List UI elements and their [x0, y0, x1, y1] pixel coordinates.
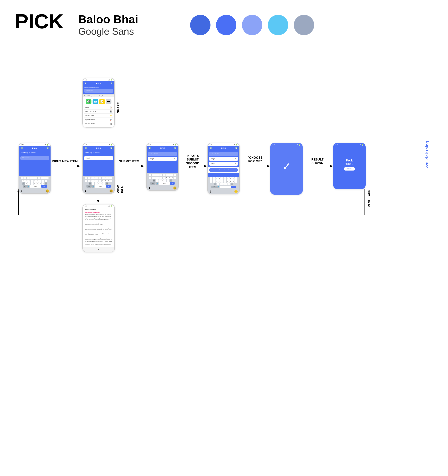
status-bar-2: 2:25▲▼ 🔋: [83, 143, 114, 146]
checkmark-icon: ✓: [282, 160, 291, 173]
label-reset-app: RESET APP: [367, 187, 371, 210]
app-title: PICK: [15, 11, 63, 32]
share-sheet: 💬 📧 📝 ••• Copy📋 New Quick Note📓 Save to …: [83, 97, 114, 127]
label-view-info: VIEW INFO: [117, 182, 124, 197]
phone-bottom-bar-3: 🎙😊: [147, 186, 178, 190]
phone-bottom-bar-2: 🎙😊: [83, 189, 114, 193]
share-app-mail: 📧: [93, 99, 98, 104]
share-phone-header: ℹ️ PICK ⬆️: [83, 81, 114, 86]
privacy-phone: 2:45▲▼ 🔋 Privacy Notice Last updated May…: [82, 204, 115, 252]
phone-input-1: Add a choice: [20, 156, 49, 160]
phone-screen-5: 2:25▲▼ 🔋 ✓: [270, 143, 303, 195]
status-bar-5: 2:25▲▼ 🔋: [271, 143, 302, 146]
pick-label: Pick: [346, 159, 353, 162]
phone-screen-4: 2:25▲▼ 🔋 ℹ️ PICK ⬆️ Add a choice thing 2…: [207, 143, 240, 194]
privacy-close-button[interactable]: ✕: [83, 247, 114, 252]
color-4: [268, 15, 288, 35]
share-action-copy[interactable]: Copy📋: [84, 105, 113, 110]
pick-thing-label: 226 Pick thing: [425, 141, 430, 169]
phone-header-3: ℹ️ PICK ⬆️: [147, 146, 178, 151]
phone-bottom-bar-4: 🎙😊: [208, 189, 239, 194]
phone-add-choice-3: Add a choice: [148, 152, 177, 156]
checkmark-screen: ✓: [271, 146, 302, 187]
phone-header-2: ℹ️ PICK ⬆️: [83, 146, 114, 151]
keyboard-4: 1234 5678 90 -/:; ()$& @" #+= .,?! ' ⌫ A…: [208, 177, 239, 189]
color-3: [242, 15, 262, 35]
phone-bottom-bar-1: 🎙😊: [19, 189, 50, 193]
phone-screen-6: 3:25▲▼ 🔋 Pick thing 2 Retry: [333, 143, 366, 189]
status-bar-4: 2:25▲▼ 🔋: [208, 143, 239, 146]
label-choose-for-me: "CHOOSEFOR ME": [242, 156, 268, 164]
phone-screen-1: 2:25▲▼ 🔋 ℹ️ PICK ⬆️ Need help to choose …: [18, 143, 51, 194]
phone-body-empty-2: [83, 161, 114, 176]
retry-button[interactable]: Retry: [344, 167, 355, 170]
phone-title-1: PICK: [32, 147, 37, 149]
share-action-note[interactable]: New Quick Note📓: [84, 110, 113, 114]
header: PICK Baloo Bhai Google Sans: [0, 0, 448, 45]
phone-item1-3: thing 1 ✕: [148, 157, 177, 161]
result-screen: Pick thing 2 Retry: [334, 146, 365, 183]
phone-item-thing2: thing 2 ✕: [209, 157, 238, 161]
share-app-row: 💬 📧 📝 •••: [84, 99, 113, 104]
privacy-body: Privacy Notice Last updated May 20, 2022…: [83, 207, 114, 247]
phone-input-area-4: Add a choice thing 2 ✕ thing 1 ✕: [208, 151, 239, 167]
share-phone-title: PICK: [96, 82, 101, 85]
phone-title-4: PICK: [221, 147, 226, 149]
privacy-title: Privacy Notice: [85, 209, 113, 211]
share-action-apollo[interactable]: Open in Apollo🚀: [84, 118, 113, 122]
phone-screen-3: 2:25▲▼ 🔋 ℹ️ PICK ⬆️ Add a choice thing 1…: [146, 143, 179, 191]
phone-item-thing1: thing 1 ✕: [209, 162, 238, 166]
phone-header-4: ℹ️ PICK ⬆️: [208, 146, 239, 151]
phone-input-area-3a: Add a choice thing 1 ✕: [147, 151, 178, 162]
share-app-more: •••: [106, 99, 111, 104]
phone-body-5: [271, 187, 302, 194]
phone-input-area-2: thing 1: [83, 155, 114, 161]
phone-body-empty-1: [19, 161, 50, 176]
color-2: [216, 15, 236, 35]
pick-value: thing 2: [345, 162, 353, 165]
color-1: [190, 15, 210, 35]
phone-body-4: [208, 173, 239, 177]
status-bar-6: 3:25▲▼ 🔋: [334, 143, 365, 146]
label-input-new-item: INPUT NEW ITEM: [52, 160, 78, 163]
phone-input-2: thing 1: [84, 156, 113, 160]
label-result-shown: RESULTSHOWN: [305, 158, 330, 165]
phone-subtitle-1: Need help to choose ?: [19, 151, 50, 155]
privacy-updated: Last updated May 20, 2022: [85, 211, 113, 213]
phone-header-1: ℹ️ PICK ⬆️: [19, 146, 50, 151]
choose-for-me-button[interactable]: Choose for me!: [209, 168, 238, 172]
privacy-status: 2:45▲▼ 🔋: [83, 204, 114, 207]
privacy-text: This privacy notice for Pick ("Company,"…: [85, 214, 113, 246]
share-app-notes: 📝: [99, 99, 105, 104]
phone-body-empty-3: [147, 162, 178, 173]
share-action-photos[interactable]: Save to Photos🖼: [84, 122, 113, 126]
share-action-files[interactable]: Save to Files📁: [84, 114, 113, 118]
font-primary: Baloo Bhai: [78, 13, 138, 26]
status-bar-3: 2:25▲▼ 🔋: [147, 143, 178, 146]
font-secondary: Google Sans: [78, 26, 138, 37]
phone-screen-2: 2:25▲▼ 🔋 ℹ️ PICK ⬆️ Need help to choose …: [82, 143, 115, 194]
label-input-submit-second: INPUT &SUBMITSECONDITEM: [181, 154, 205, 170]
share-status: 2:28▲▼ 🔋: [83, 78, 114, 81]
share-phone: 2:28▲▼ 🔋 ℹ️ PICK ⬆️ Need help to choose …: [82, 78, 115, 128]
diagram: 2:25▲▼ 🔋 ℹ️ PICK ⬆️ Need help to choose …: [0, 48, 448, 456]
status-bar-1: 2:25▲▼ 🔋: [19, 143, 50, 146]
label-submit-item: SUBMIT ITEM: [117, 160, 141, 163]
color-5: [294, 15, 314, 35]
share-app-messages: 💬: [86, 99, 91, 104]
color-palette: [190, 11, 314, 35]
keyboard-2: 1234 5678 90 -/:; ()$& @" #+= .,?! ' ⌫ A…: [83, 176, 114, 189]
keyboard-3: 1234 5678 90 -/:; ()$& @" #+= .,?! ' ⌫ A…: [147, 173, 178, 186]
phone-title-3: PICK: [160, 147, 165, 149]
label-share: SHARE: [117, 100, 120, 115]
arrows-svg: [0, 48, 448, 456]
phone-body-6: [334, 183, 365, 189]
phone-subtitle-2: Need help to choose ?: [83, 151, 114, 155]
phone-input-area-1: Add a choice: [19, 155, 50, 161]
phone-title-2: PICK: [96, 147, 101, 149]
keyboard-1: qwer tyui op asdf ghjk l ⇧ zxcv bnm ⌫ 12…: [19, 176, 50, 189]
phone-add-choice-4: Add a choice: [209, 152, 238, 156]
font-info: Baloo Bhai Google Sans: [78, 11, 138, 37]
